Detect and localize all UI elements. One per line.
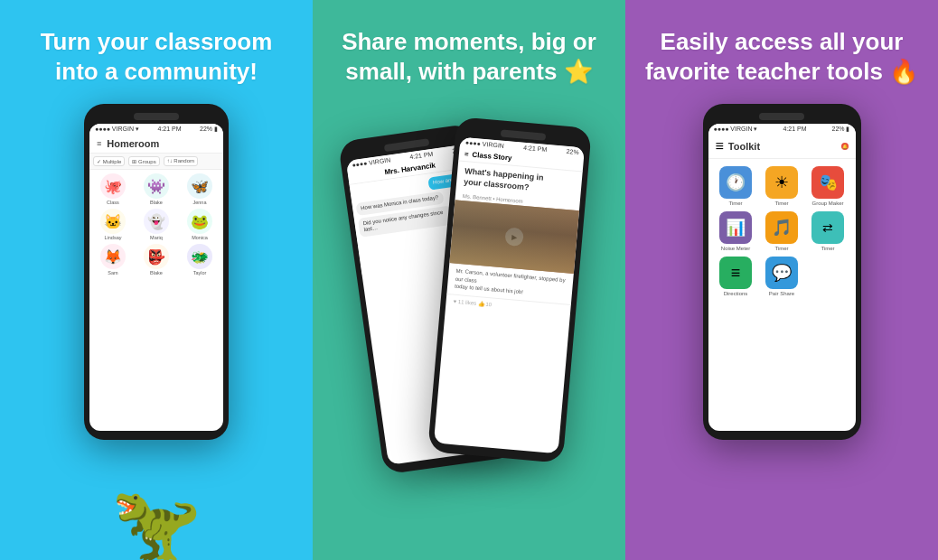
student-name-jenna: Jenna (193, 200, 207, 205)
class-story-title: Class Story (472, 151, 512, 163)
panel-share: Share moments, big or small, with parent… (313, 0, 625, 560)
time-p3: 4:21 PM (783, 126, 806, 133)
panel3-phone: ●●●● VIRGIN ▾ 4:21 PM 22% ▮ ≡ Toolkit 🔔 … (703, 104, 861, 440)
time-front: 4:21 PM (523, 145, 548, 153)
avatar-sam: 🦊 (100, 244, 126, 269)
time: 4:21 PM (157, 126, 181, 133)
student-monica[interactable]: 🐸 Monica (180, 209, 220, 240)
student-name-blake1: Blake (150, 200, 163, 205)
homeroom-header: ≡ Homeroom (89, 135, 223, 154)
pair-share-icon: 💬 (765, 257, 798, 289)
student-class[interactable]: 🐙 Class (93, 173, 133, 205)
tool-pair-share[interactable]: 💬 Pair Share (762, 257, 802, 296)
student-blake1[interactable]: 👾 Blake (136, 173, 176, 205)
carrier-p3: ●●●● VIRGIN ▾ (714, 126, 758, 133)
student-name-blake2: Blake (150, 270, 163, 275)
tool-group-maker[interactable]: 🎭 Group Maker (808, 166, 849, 206)
student-name-monica: Monica (192, 235, 208, 240)
filter-multiple[interactable]: ✓ Multiple (93, 156, 125, 166)
group-maker-icon: 🎭 (811, 166, 844, 199)
student-mariq[interactable]: 👻 Mariq (136, 209, 176, 240)
status-bar-p3: ●●●● VIRGIN ▾ 4:21 PM 22% ▮ (708, 124, 856, 135)
panel1-screen: ●●●● VIRGIN ▾ 4:21 PM 22% ▮ ≡ Homeroom ✓… (89, 124, 223, 431)
student-sam[interactable]: 🦊 Sam (93, 244, 133, 275)
avatar-blake2: 👺 (144, 244, 169, 269)
timer4-icon: ⇄ (811, 211, 844, 244)
student-name-mariq: Mariq (150, 235, 163, 240)
menu-icon-toolkit: ≡ (716, 138, 724, 154)
student-name-class: Class (107, 200, 119, 205)
phone-notch-p3 (759, 113, 804, 120)
battery-p3: 22% ▮ (832, 126, 850, 133)
panel-community: Turn your classroom into a community! ●●… (0, 0, 313, 560)
avatar-mariq: 👻 (144, 209, 169, 234)
directions-icon: ≡ (719, 257, 752, 289)
student-lindsay[interactable]: 🐱 Lindsay (93, 209, 133, 240)
avatar-blake1: 👾 (144, 173, 169, 199)
filter-groups[interactable]: ⊞ Groups (128, 156, 159, 166)
panel-toolkit: Easily access all your favorite teacher … (625, 0, 938, 560)
noise-meter-label: Noise Meter (721, 246, 750, 251)
student-blake2[interactable]: 👺 Blake (136, 244, 176, 275)
notification-dot: 🔔 (841, 143, 849, 150)
timer4-label: Timer (821, 246, 834, 251)
menu-icon-front: ≡ (464, 150, 469, 158)
student-taylor[interactable]: 🐲 Taylor (180, 244, 220, 275)
student-name-taylor: Taylor (193, 270, 207, 275)
toolkit-header: ≡ Toolkit 🔔 (708, 135, 856, 159)
timer1-icon: 🕐 (719, 166, 752, 199)
avatar-monica: 🐸 (187, 209, 212, 234)
tool-timer1[interactable]: 🕐 Timer (716, 166, 756, 206)
class-story-screen: ●●●● VIRGIN 4:21 PM 22% ≡ Class Story Wh… (434, 137, 585, 454)
timer2-icon: ☀ (765, 166, 798, 199)
pair-share-label: Pair Share (769, 291, 794, 296)
group-maker-label: Group Maker (811, 201, 843, 206)
tool-directions[interactable]: ≡ Directions (716, 257, 756, 296)
timer1-label: Timer (728, 201, 742, 206)
toolkit-grid: 🕐 Timer ☀ Timer 🎭 Group Maker 📊 Noise Me… (708, 159, 856, 303)
filter-random[interactable]: ↑↓ Random (164, 156, 198, 166)
avatar-jenna: 🦋 (187, 173, 212, 199)
battery-front: 22% (566, 148, 579, 155)
timer2-label: Timer (774, 201, 788, 206)
student-name-lindsay: Lindsay (105, 235, 122, 240)
toolkit-title: Toolkit (728, 141, 760, 152)
panel1-phone-wrapper: ●●●● VIRGIN ▾ 4:21 PM 22% ▮ ≡ Homeroom ✓… (75, 104, 238, 560)
directions-label: Directions (724, 291, 748, 296)
menu-icon: ≡ (97, 139, 101, 148)
timer3-label: Timer (774, 246, 788, 251)
avatar-class: 🐙 (100, 173, 126, 199)
homeroom-title: Homeroom (107, 138, 159, 149)
student-name-sam: Sam (108, 270, 117, 275)
carrier: ●●●● VIRGIN ▾ (95, 126, 139, 133)
panel1-phone: ●●●● VIRGIN ▾ 4:21 PM 22% ▮ ≡ Homeroom ✓… (84, 104, 229, 440)
panel1-title: Turn your classroom into a community! (41, 27, 273, 86)
panel3-title: Easily access all your favorite teacher … (645, 27, 918, 86)
panel3-phone-wrapper: ●●●● VIRGIN ▾ 4:21 PM 22% ▮ ≡ Toolkit 🔔 … (691, 104, 872, 560)
student-jenna[interactable]: 🦋 Jenna (180, 173, 220, 205)
tool-timer2[interactable]: ☀ Timer (762, 166, 802, 206)
avatar-taylor: 🐲 (187, 244, 212, 269)
post-image: ▶ (449, 201, 579, 275)
toolkit-screen: ●●●● VIRGIN ▾ 4:21 PM 22% ▮ ≡ Toolkit 🔔 … (708, 124, 856, 431)
tool-timer3[interactable]: 🎵 Timer (762, 211, 802, 251)
filter-bar: ✓ Multiple ⊞ Groups ↑↓ Random (89, 154, 223, 170)
noise-meter-icon: 📊 (719, 211, 752, 244)
toolkit-header-left: ≡ Toolkit (716, 138, 761, 154)
student-grid: 🐙 Class 👾 Blake 🦋 Jenna 🐱 Lindsay (89, 170, 223, 279)
status-bar: ●●●● VIRGIN ▾ 4:21 PM 22% ▮ (89, 124, 223, 135)
phone-class-story: ●●●● VIRGIN 4:21 PM 22% ≡ Class Story Wh… (427, 117, 592, 463)
battery: 22% ▮ (200, 126, 218, 133)
panel2-title: Share moments, big or small, with parent… (342, 27, 596, 86)
phone-notch-front (501, 129, 547, 140)
tool-noise-meter[interactable]: 📊 Noise Meter (716, 211, 756, 251)
phone-notch (134, 113, 179, 120)
avatar-lindsay: 🐱 (100, 209, 126, 234)
timer3-icon: 🎵 (765, 211, 798, 244)
panel2-phone-stack: ●●●● VIRGIN 4:21 PM 22% Mrs. Harvancik H… (370, 104, 568, 465)
tool-timer4[interactable]: ⇄ Timer (808, 211, 849, 251)
